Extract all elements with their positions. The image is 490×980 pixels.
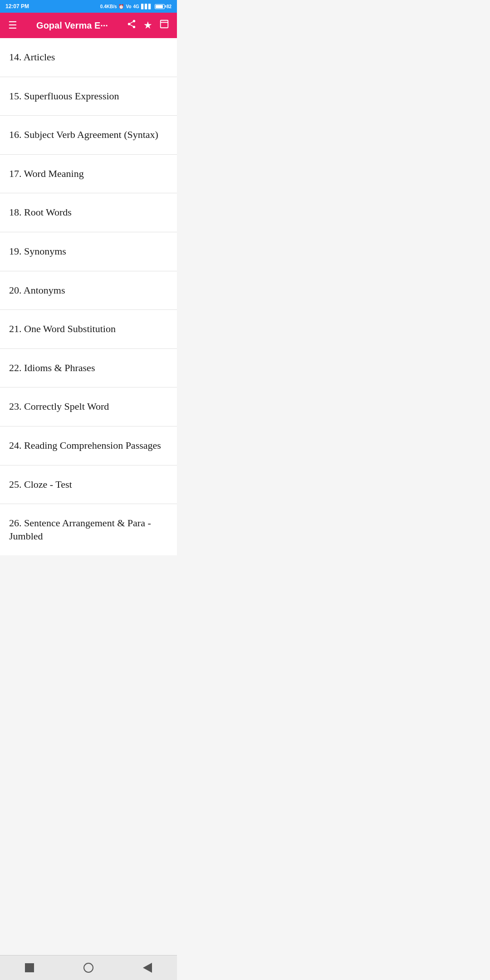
status-icons: 0.4KB/s ⏰ Vo 4G ▋▋▋ 82 (100, 4, 172, 9)
app-title: Gopal Verma E··· (24, 20, 121, 31)
list-item-item-20[interactable]: 20. Antonyms (0, 271, 177, 310)
list-item-text: 24. Reading Comprehension Passages (9, 439, 161, 452)
app-bar: ☰ Gopal Verma E··· ★ (0, 13, 177, 38)
chapter-list: 14. Articles15. Superfluous Expression16… (0, 38, 177, 555)
4g-icon: 4G (133, 4, 139, 9)
list-item-text: 22. Idioms & Phrases (9, 362, 95, 375)
list-item-item-16[interactable]: 16. Subject Verb Agreement (Syntax) (0, 116, 177, 155)
content-wrapper: 14. Articles15. Superfluous Expression16… (0, 38, 177, 580)
status-bar: 12:07 PM 0.4KB/s ⏰ Vo 4G ▋▋▋ 82 (0, 0, 177, 13)
list-item-item-17[interactable]: 17. Word Meaning (0, 155, 177, 194)
list-item-text: 21. One Word Substitution (9, 323, 116, 336)
list-item-item-21[interactable]: 21. One Word Substitution (0, 310, 177, 349)
speed-indicator: 0.4KB/s (100, 4, 117, 9)
alarm-icon: ⏰ (118, 4, 124, 9)
list-item-text: 17. Word Meaning (9, 167, 84, 181)
time: 12:07 PM (5, 3, 29, 10)
list-item-item-15[interactable]: 15. Superfluous Expression (0, 77, 177, 116)
list-item-text: 18. Root Words (9, 206, 72, 219)
list-item-item-24[interactable]: 24. Reading Comprehension Passages (0, 426, 177, 466)
list-item-item-14[interactable]: 14. Articles (0, 38, 177, 77)
list-item-item-22[interactable]: 22. Idioms & Phrases (0, 349, 177, 388)
signal-icon: ▋▋▋ (141, 4, 152, 9)
svg-rect-0 (161, 20, 168, 28)
list-item-text: 20. Antonyms (9, 284, 65, 297)
battery-percent: 82 (167, 4, 172, 9)
list-item-text: 23. Correctly Spelt Word (9, 400, 109, 413)
list-item-text: 14. Articles (9, 51, 55, 64)
list-item-text: 26. Sentence Arrangement & Para - Jumble… (9, 517, 168, 543)
list-item-item-19[interactable]: 19. Synonyms (0, 232, 177, 271)
list-item-item-18[interactable]: 18. Root Words (0, 193, 177, 232)
battery-icon (155, 4, 165, 9)
list-item-item-25[interactable]: 25. Cloze - Test (0, 466, 177, 505)
list-item-item-23[interactable]: 23. Correctly Spelt Word (0, 387, 177, 426)
list-item-text: 15. Superfluous Expression (9, 90, 119, 103)
list-item-text: 19. Synonyms (9, 245, 66, 258)
star-icon[interactable]: ★ (142, 20, 153, 31)
list-item-text: 25. Cloze - Test (9, 478, 72, 491)
window-icon[interactable] (159, 19, 170, 32)
share-icon[interactable] (126, 19, 137, 32)
menu-icon[interactable]: ☰ (7, 20, 18, 31)
list-item-text: 16. Subject Verb Agreement (Syntax) (9, 128, 158, 142)
network-icon: Vo (126, 4, 131, 9)
list-item-item-26[interactable]: 26. Sentence Arrangement & Para - Jumble… (0, 504, 177, 555)
